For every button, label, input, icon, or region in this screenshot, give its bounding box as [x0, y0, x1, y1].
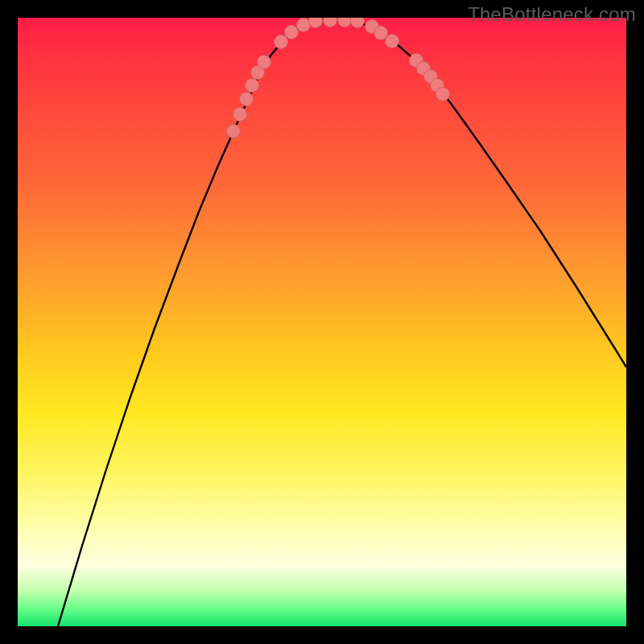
plot-area: [18, 18, 626, 626]
watermark-text: TheBottleneck.com: [468, 3, 636, 26]
data-dot: [374, 27, 388, 40]
data-dot: [436, 88, 450, 101]
data-dot: [324, 18, 337, 27]
chart-svg: [18, 18, 626, 626]
data-dot: [227, 125, 241, 138]
data-dot: [297, 19, 311, 32]
bottleneck-curve: [58, 21, 626, 626]
data-dot: [386, 35, 399, 48]
data-dots: [227, 18, 450, 138]
data-dot: [275, 35, 288, 49]
data-dot: [285, 26, 299, 39]
data-dot: [351, 18, 365, 28]
data-dot: [246, 79, 259, 93]
data-dot: [309, 18, 323, 28]
data-dot: [338, 18, 352, 27]
data-dot: [233, 108, 247, 122]
data-dot: [240, 93, 254, 106]
data-dot: [258, 56, 271, 69]
outer-frame: TheBottleneck.com: [0, 0, 644, 644]
